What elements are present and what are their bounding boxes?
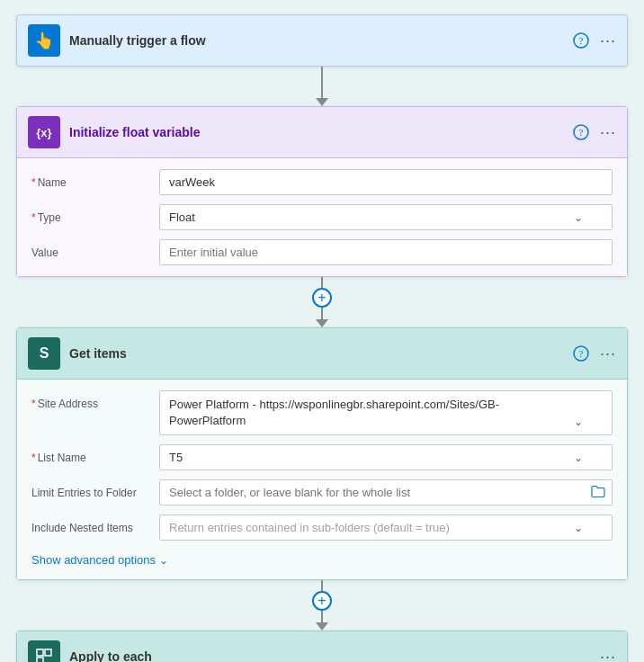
limit-folder-wrapper — [159, 479, 613, 505]
init-card-header: {x} Initialize float variable ? ··· — [17, 107, 627, 158]
value-label: Value — [31, 239, 148, 259]
list-name-select-wrapper: T5 ⌄ — [159, 444, 613, 470]
connector-3-line-top — [321, 580, 323, 591]
type-chevron-icon: ⌄ — [574, 211, 583, 224]
list-name-select[interactable]: T5 ⌄ — [159, 444, 613, 470]
name-label: *Name — [31, 169, 148, 189]
svg-text:?: ? — [579, 348, 584, 359]
apply-card-header: Apply to each ··· — [17, 631, 627, 662]
init-more-button[interactable]: ··· — [600, 123, 616, 142]
svg-rect-8 — [37, 658, 43, 662]
init-help-button[interactable]: ? — [573, 124, 589, 140]
list-name-row: *List Name T5 ⌄ — [31, 444, 613, 470]
get-items-body: *Site Address Power Platform - https://w… — [17, 380, 627, 579]
trigger-title: Manually trigger a flow — [69, 33, 564, 48]
svg-text:?: ? — [579, 35, 584, 46]
list-name-chevron-icon: ⌄ — [574, 452, 583, 464]
nested-items-select-wrapper: Return entries contained in sub-folders … — [159, 514, 613, 541]
get-items-actions: ? ··· — [573, 344, 616, 363]
get-items-more-button[interactable]: ··· — [600, 344, 616, 363]
get-items-icon: S — [28, 337, 60, 370]
canvas: 👆 Manually trigger a flow ? ··· — [0, 0, 644, 662]
connector-3-arrow — [316, 622, 328, 631]
trigger-more-button[interactable]: ··· — [600, 31, 616, 50]
type-select[interactable]: Float ⌄ — [159, 204, 613, 230]
get-items-header: S Get items ? ··· — [17, 328, 627, 380]
init-variable-card: {x} Initialize float variable ? ··· * — [16, 106, 628, 277]
site-address-label: *Site Address — [31, 390, 148, 410]
add-step-button-2[interactable]: + — [312, 591, 332, 611]
name-row: *Name — [31, 169, 613, 195]
value-row: Value — [31, 239, 613, 265]
type-select-wrapper: Float ⌄ — [159, 204, 613, 230]
get-items-help-button[interactable]: ? — [573, 345, 589, 362]
limit-folder-row: Limit Entries to Folder — [31, 479, 613, 505]
value-input[interactable] — [159, 239, 613, 265]
nested-items-chevron-icon: ⌄ — [574, 522, 583, 534]
apply-title: Apply to each — [69, 649, 591, 662]
init-actions: ? ··· — [573, 123, 616, 142]
nested-items-label: Include Nested Items — [31, 514, 148, 534]
type-row: *Type Float ⌄ — [31, 204, 613, 230]
nested-items-row: Include Nested Items Return entries cont… — [31, 514, 613, 541]
apply-icon — [28, 640, 60, 662]
init-icon: {x} — [28, 116, 60, 148]
name-input[interactable] — [159, 169, 613, 195]
init-card-body: *Name *Type Float ⌄ Value — [17, 158, 627, 276]
site-address-select[interactable]: Power Platform - https://wsponlinegbr.sh… — [159, 390, 613, 435]
nested-items-select[interactable]: Return entries contained in sub-folders … — [159, 514, 613, 541]
trigger-card: 👆 Manually trigger a flow ? ··· — [16, 14, 628, 67]
connector-1-line — [321, 67, 323, 98]
connector-3: + — [312, 580, 332, 631]
svg-rect-6 — [37, 649, 43, 656]
show-advanced-options[interactable]: Show advanced options ⌄ — [31, 550, 613, 568]
site-address-chevron-icon: ⌄ — [574, 415, 583, 430]
trigger-actions: ? ··· — [573, 31, 616, 50]
apply-actions: ··· — [600, 648, 616, 662]
add-step-button-1[interactable]: + — [312, 288, 332, 308]
connector-1-arrow — [316, 98, 328, 106]
type-label: *Type — [31, 204, 148, 224]
connector-2: + — [312, 277, 332, 327]
site-address-row: *Site Address Power Platform - https://w… — [31, 390, 613, 435]
get-items-card: S Get items ? ··· *Site Address — [16, 327, 628, 580]
svg-rect-7 — [45, 649, 51, 656]
limit-folder-input[interactable] — [159, 479, 613, 505]
connector-2-line-bottom — [321, 308, 323, 319]
trigger-help-button[interactable]: ? — [573, 32, 589, 49]
apply-more-button[interactable]: ··· — [600, 648, 616, 662]
connector-3-line-bottom — [321, 611, 323, 622]
trigger-card-header: 👆 Manually trigger a flow ? ··· — [17, 15, 627, 66]
show-advanced-chevron-icon: ⌄ — [159, 554, 168, 567]
list-name-label: *List Name — [31, 444, 148, 464]
apply-to-each-card: Apply to each ··· — [16, 631, 628, 662]
site-address-select-wrapper: Power Platform - https://wsponlinegbr.sh… — [159, 390, 613, 435]
init-title: Initialize float variable — [69, 125, 564, 139]
get-items-title: Get items — [69, 346, 564, 361]
limit-folder-label: Limit Entries to Folder — [31, 479, 148, 499]
folder-icon — [591, 485, 605, 500]
trigger-icon: 👆 — [28, 24, 60, 57]
connector-2-arrow — [316, 319, 328, 327]
connector-1 — [316, 67, 328, 106]
connector-2-line-top — [321, 277, 323, 288]
svg-text:?: ? — [579, 127, 584, 138]
